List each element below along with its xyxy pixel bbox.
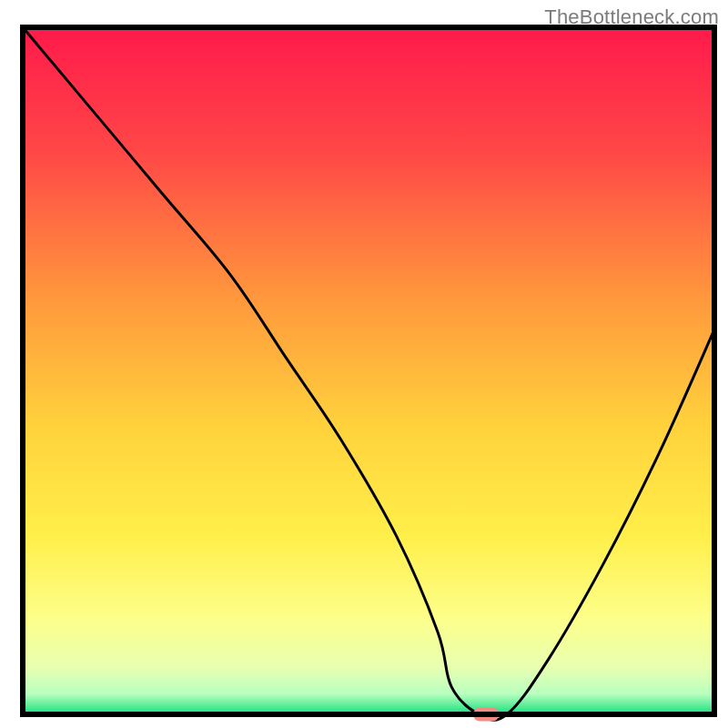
chart-container: TheBottleneck.com bbox=[0, 0, 728, 728]
plot-background bbox=[23, 27, 714, 714]
bottleneck-chart bbox=[0, 0, 728, 728]
